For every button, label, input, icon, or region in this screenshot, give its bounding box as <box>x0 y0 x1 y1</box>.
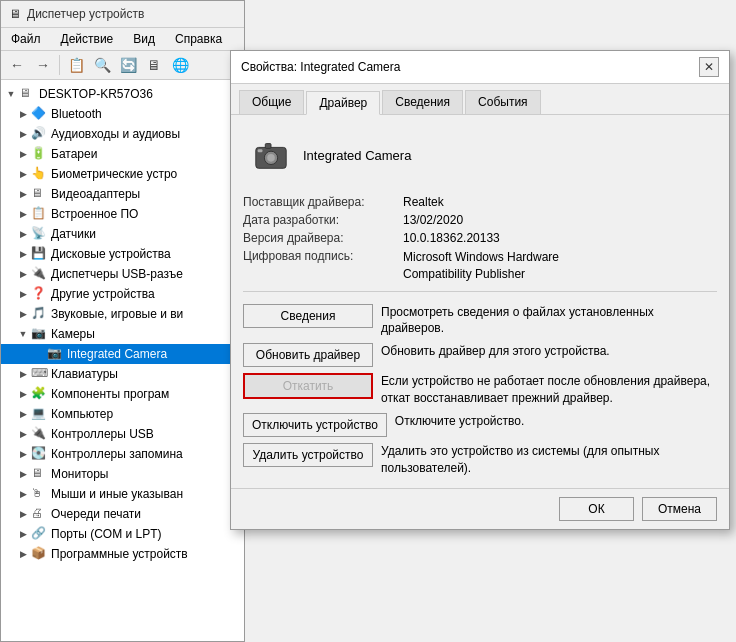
battery-icon: 🔋 <box>31 146 47 162</box>
tree-item-root[interactable]: ▼ 🖥 DESKTOP-KR57O36 <box>1 84 244 104</box>
date-value: 13/02/2020 <box>403 213 463 227</box>
uninstall-button[interactable]: Удалить устройство <box>243 443 373 467</box>
tabs-bar: Общие Драйвер Сведения События <box>231 84 729 115</box>
btn-row-rollback: Откатить Если устройство не работает пос… <box>243 373 717 407</box>
tree-item-mouse[interactable]: ▶ 🖱 Мыши и иные указыван <box>1 484 244 504</box>
menu-action[interactable]: Действие <box>55 30 120 48</box>
signature-value: Microsoft Windows Hardware Compatibility… <box>403 249 603 283</box>
forward-button[interactable]: → <box>31 53 55 77</box>
tree-item-disk[interactable]: ▶ 💾 Дисковые устройства <box>1 244 244 264</box>
tree-item-sound[interactable]: ▶ 🎵 Звуковые, игровые и ви <box>1 304 244 324</box>
btn-row-details: Сведения Просмотреть сведения о файлах у… <box>243 304 717 338</box>
tree-label-integrated-camera: Integrated Camera <box>67 347 167 361</box>
tab-events[interactable]: События <box>465 90 541 114</box>
computer2-icon: 💻 <box>31 406 47 422</box>
tree-label-display: Видеоадаптеры <box>51 187 140 201</box>
tree-item-computer[interactable]: ▶ 💻 Компьютер <box>1 404 244 424</box>
tree-item-usb-devices[interactable]: ▶ 🔌 Контроллеры USB <box>1 424 244 444</box>
update-description: Обновить драйвер для этого устройства. <box>381 343 717 360</box>
info-row-signature: Цифровая подпись: Microsoft Windows Hard… <box>243 249 717 283</box>
sensors-icon: 📡 <box>31 226 47 242</box>
details-description: Просмотреть сведения о файлах установлен… <box>381 304 717 338</box>
tree-item-cameras[interactable]: ▼ 📷 Камеры <box>1 324 244 344</box>
ok-button[interactable]: ОК <box>559 497 634 521</box>
btn-row-update: Обновить драйвер Обновить драйвер для эт… <box>243 343 717 367</box>
dialog-title: Свойства: Integrated Camera <box>241 60 400 74</box>
cancel-button[interactable]: Отмена <box>642 497 717 521</box>
tree-label-firmware: Встроенное ПО <box>51 207 138 221</box>
expand-icon-usb-devices: ▶ <box>17 428 29 440</box>
tab-driver[interactable]: Драйвер <box>306 91 380 115</box>
btn-row-uninstall: Удалить устройство Удалить это устройств… <box>243 443 717 477</box>
expand-icon-mouse: ▶ <box>17 488 29 500</box>
tree-item-keyboard[interactable]: ▶ ⌨ Клавиатуры <box>1 364 244 384</box>
tree-item-biometric[interactable]: ▶ 👆 Биометрические устро <box>1 164 244 184</box>
expand-icon-keyboard: ▶ <box>17 368 29 380</box>
audio-icon: 🔊 <box>31 126 47 142</box>
disable-description: Отключите устройство. <box>395 413 717 430</box>
tree-item-sensors[interactable]: ▶ 📡 Датчики <box>1 224 244 244</box>
dialog-footer: ОК Отмена <box>231 488 729 529</box>
scan-button[interactable]: 🔍 <box>90 53 114 77</box>
dialog-close-button[interactable]: ✕ <box>699 57 719 77</box>
menu-file[interactable]: Файл <box>5 30 47 48</box>
details-button[interactable]: Сведения <box>243 304 373 328</box>
expand-icon-ports: ▶ <box>17 528 29 540</box>
tree-label-monitors: Мониторы <box>51 467 108 481</box>
menu-view[interactable]: Вид <box>127 30 161 48</box>
tree-label-ports: Порты (COM и LPT) <box>51 527 162 541</box>
tree-item-usb-ctrl[interactable]: ▶ 🔌 Диспетчеры USB-разъе <box>1 264 244 284</box>
tree-item-firmware[interactable]: ▶ 📋 Встроенное ПО <box>1 204 244 224</box>
toolbar-separator <box>59 55 60 75</box>
expand-icon-integrated-camera <box>33 348 45 360</box>
tree-item-battery[interactable]: ▶ 🔋 Батареи <box>1 144 244 164</box>
expand-icon-usb-ctrl: ▶ <box>17 268 29 280</box>
tree-label-sound: Звуковые, игровые и ви <box>51 307 183 321</box>
svg-rect-4 <box>258 149 263 152</box>
btn-row-disable: Отключить устройство Отключите устройств… <box>243 413 717 437</box>
device-name-large: Integrated Camera <box>303 148 411 163</box>
disable-button[interactable]: Отключить устройство <box>243 413 387 437</box>
tree-item-monitors[interactable]: ▶ 🖥 Мониторы <box>1 464 244 484</box>
toolbar: ← → 📋 🔍 🔄 🖥 🌐 <box>1 51 244 80</box>
tree-item-audio[interactable]: ▶ 🔊 Аудиовходы и аудиовы <box>1 124 244 144</box>
tree-item-software[interactable]: ▶ 📦 Программные устройств <box>1 544 244 564</box>
tree-label-computer: Компьютер <box>51 407 113 421</box>
tree-label-storage: Контроллеры запомина <box>51 447 183 461</box>
tab-general[interactable]: Общие <box>239 90 304 114</box>
tree-label-audio: Аудиовходы и аудиовы <box>51 127 180 141</box>
info-row-provider: Поставщик драйвера: Realtek <box>243 195 717 209</box>
update-driver-button[interactable]: Обновить драйвер <box>243 343 373 367</box>
bluetooth-icon: 🔷 <box>31 106 47 122</box>
update-button[interactable]: 🔄 <box>116 53 140 77</box>
info-row-date: Дата разработки: 13/02/2020 <box>243 213 717 227</box>
properties-button[interactable]: 📋 <box>64 53 88 77</box>
usb-devices-icon: 🔌 <box>31 426 47 442</box>
rollback-description: Если устройство не работает после обновл… <box>381 373 717 407</box>
other-icon: ❓ <box>31 286 47 302</box>
tree-item-ports[interactable]: ▶ 🔗 Порты (COM и LPT) <box>1 524 244 544</box>
tree-item-print-queue[interactable]: ▶ 🖨 Очереди печати <box>1 504 244 524</box>
tree-item-other[interactable]: ▶ ❓ Другие устройства <box>1 284 244 304</box>
expand-icon-components: ▶ <box>17 388 29 400</box>
tree-item-bluetooth[interactable]: ▶ 🔷 Bluetooth <box>1 104 244 124</box>
expand-icon-root: ▼ <box>5 88 17 100</box>
usb-ctrl-icon: 🔌 <box>31 266 47 282</box>
back-button[interactable]: ← <box>5 53 29 77</box>
tree-item-integrated-camera[interactable]: 📷 Integrated Camera <box>1 344 244 364</box>
components-icon: 🧩 <box>31 386 47 402</box>
expand-icon-battery: ▶ <box>17 148 29 160</box>
device-icon-btn[interactable]: 🖥 <box>142 53 166 77</box>
tree-item-components[interactable]: ▶ 🧩 Компоненты програм <box>1 384 244 404</box>
menu-help[interactable]: Справка <box>169 30 228 48</box>
menu-bar: Файл Действие Вид Справка <box>1 28 244 51</box>
tree-label-components: Компоненты програм <box>51 387 169 401</box>
tree-item-display[interactable]: ▶ 🖥 Видеоадаптеры <box>1 184 244 204</box>
expand-icon-software: ▶ <box>17 548 29 560</box>
tab-details[interactable]: Сведения <box>382 90 463 114</box>
rollback-button[interactable]: Откатить <box>243 373 373 399</box>
network-button[interactable]: 🌐 <box>168 53 192 77</box>
provider-value: Realtek <box>403 195 444 209</box>
expand-icon-sensors: ▶ <box>17 228 29 240</box>
tree-item-storage[interactable]: ▶ 💽 Контроллеры запомина <box>1 444 244 464</box>
